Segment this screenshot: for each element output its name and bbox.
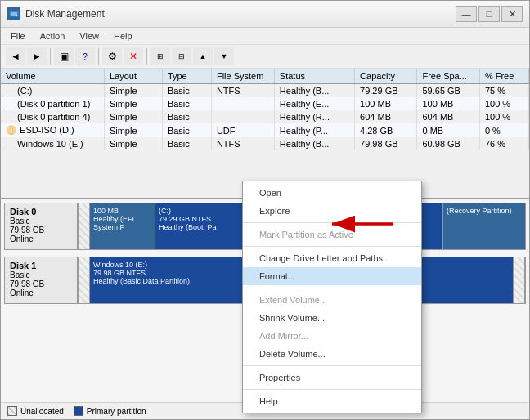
- legend-unallocated-box: [7, 406, 17, 416]
- legend-unallocated-label: Unallocated: [20, 407, 64, 416]
- ctx-format[interactable]: Format...: [243, 267, 421, 285]
- table-row[interactable]: — (C:) Simple Basic NTFS Healthy (B... 7…: [1, 84, 529, 98]
- cell-layout: Simple: [104, 137, 162, 150]
- cell-pct: 100 %: [479, 110, 528, 123]
- view1-button[interactable]: ⊞: [150, 47, 170, 65]
- toolbar: ◄ ► ▣ ? ⚙ ✕ ⊞ ⊟ ▲ ▼: [1, 45, 529, 69]
- ctx-properties[interactable]: Properties: [243, 369, 421, 386]
- cell-capacity: 4.28 GB: [355, 123, 417, 137]
- table-row[interactable]: — (Disk 0 partition 1) Simple Basic Heal…: [1, 97, 529, 110]
- menu-bar: File Action View Help: [1, 28, 529, 45]
- cell-pct: 100 %: [479, 97, 528, 110]
- svg-point-2: [16, 15, 17, 16]
- window-title: Disk Management: [25, 8, 105, 20]
- volume-table: Volume Layout Type File System Status Ca…: [1, 69, 529, 150]
- disk0-efi-partition[interactable]: 100 MB Healthy (EFI System P: [90, 203, 155, 249]
- ctx-sep-3: [243, 288, 421, 288]
- ctx-help[interactable]: Help: [243, 392, 421, 410]
- col-header-layout: Layout: [104, 69, 162, 84]
- cell-type: Basic: [162, 137, 211, 150]
- legend-primary-box: [74, 406, 83, 416]
- maximize-button[interactable]: □: [478, 6, 500, 22]
- forward-button[interactable]: ►: [27, 47, 47, 65]
- cell-pct: 75 %: [479, 84, 528, 98]
- cell-status: Healthy (R...: [274, 110, 354, 123]
- ctx-mark-active: Mark Partition as Active: [243, 226, 421, 244]
- cell-capacity: 604 MB: [355, 110, 417, 123]
- table-row[interactable]: 📀 ESD-ISO (D:) Simple Basic UDF Healthy …: [1, 123, 529, 137]
- ctx-sep-1: [243, 222, 421, 223]
- disk1-size: 79.98 GB: [10, 279, 72, 288]
- ctx-add-mirror: Add Mirror...: [243, 327, 421, 345]
- col-header-type: Type: [162, 69, 211, 84]
- disk0-unalloc: [79, 203, 90, 249]
- back-button[interactable]: ◄: [6, 47, 25, 65]
- cell-capacity: 79.98 GB: [355, 137, 417, 150]
- cell-layout: Simple: [104, 123, 162, 137]
- cell-volume: — Windows 10 (E:): [1, 137, 104, 150]
- cell-fs: [211, 110, 274, 123]
- ctx-delete[interactable]: Delete Volume...: [243, 345, 421, 363]
- table-row[interactable]: — Windows 10 (E:) Simple Basic NTFS Heal…: [1, 137, 529, 150]
- cell-fs: NTFS: [211, 84, 274, 98]
- disk0-efi-label: Healthy (EFI System P: [93, 215, 151, 231]
- disk0-status: Online: [10, 235, 72, 244]
- col-header-volume: Volume: [1, 69, 104, 84]
- cell-volume: 📀 ESD-ISO (D:): [1, 123, 104, 137]
- cell-free: 100 MB: [417, 97, 479, 110]
- cell-layout: Simple: [104, 97, 162, 110]
- cell-pct: 0 %: [479, 123, 528, 137]
- cell-free: 60.98 GB: [417, 137, 479, 150]
- separator-1: [50, 48, 51, 65]
- title-bar: Disk Management — □ ✕: [1, 1, 529, 28]
- up-button[interactable]: ▣: [54, 47, 74, 65]
- ctx-explore[interactable]: Explore: [243, 202, 421, 220]
- disk1-status: Online: [10, 288, 72, 297]
- cell-status: Healthy (B...: [274, 137, 354, 150]
- table-row[interactable]: — (Disk 0 partition 4) Simple Basic Heal…: [1, 110, 529, 123]
- cell-type: Basic: [162, 123, 211, 137]
- context-menu: Open Explore Mark Partition as Active Ch…: [242, 181, 422, 413]
- ctx-shrink[interactable]: Shrink Volume...: [243, 309, 421, 327]
- cell-volume: — (Disk 0 partition 4): [1, 110, 104, 123]
- ctx-open[interactable]: Open: [243, 184, 421, 202]
- table-header: Volume Layout Type File System Status Ca…: [1, 69, 529, 84]
- minimize-button[interactable]: —: [456, 6, 477, 22]
- view3-button[interactable]: ▲: [193, 47, 213, 65]
- disk1-unalloc2: [514, 257, 525, 303]
- legend-unallocated: Unallocated: [7, 406, 64, 416]
- menu-file[interactable]: File: [4, 29, 32, 42]
- col-header-freespace: Free Spa...: [417, 69, 479, 84]
- menu-view[interactable]: View: [73, 29, 106, 42]
- menu-action[interactable]: Action: [34, 29, 72, 42]
- ctx-change-drive[interactable]: Change Drive Letter and Paths...: [243, 249, 421, 267]
- disk0-label: Disk 0 Basic 79.98 GB Online: [4, 203, 78, 250]
- table-body: — (C:) Simple Basic NTFS Healthy (B... 7…: [1, 84, 529, 151]
- settings-button[interactable]: ⚙: [102, 47, 122, 65]
- app-icon: [7, 7, 20, 20]
- cell-volume: — (C:): [1, 84, 104, 98]
- cell-volume: — (Disk 0 partition 1): [1, 97, 104, 110]
- cell-free: 0 MB: [417, 123, 479, 137]
- close-button[interactable]: ✕: [501, 6, 523, 22]
- cell-free: 604 MB: [417, 110, 479, 123]
- delete-button[interactable]: ✕: [124, 47, 143, 65]
- separator-2: [98, 48, 99, 65]
- disk0-recovery-partition[interactable]: (Recovery Partition): [443, 203, 525, 249]
- view2-button[interactable]: ⊟: [172, 47, 191, 65]
- help-button[interactable]: ?: [75, 47, 95, 65]
- cell-fs: UDF: [211, 123, 274, 137]
- col-header-capacity: Capacity: [355, 69, 417, 84]
- disk1-name: Disk 1: [10, 261, 72, 270]
- cell-status: Healthy (E...: [274, 97, 354, 110]
- menu-help[interactable]: Help: [107, 29, 139, 42]
- col-header-fs: File System: [211, 69, 274, 84]
- cell-type: Basic: [162, 110, 211, 123]
- view4-button[interactable]: ▼: [214, 47, 234, 65]
- cell-fs: NTFS: [211, 137, 274, 150]
- separator-3: [146, 48, 147, 65]
- ctx-sep-2: [243, 246, 421, 247]
- cell-layout: Simple: [104, 84, 162, 98]
- volume-table-container[interactable]: Volume Layout Type File System Status Ca…: [1, 69, 529, 199]
- disk0-efi-size: 100 MB: [93, 207, 151, 215]
